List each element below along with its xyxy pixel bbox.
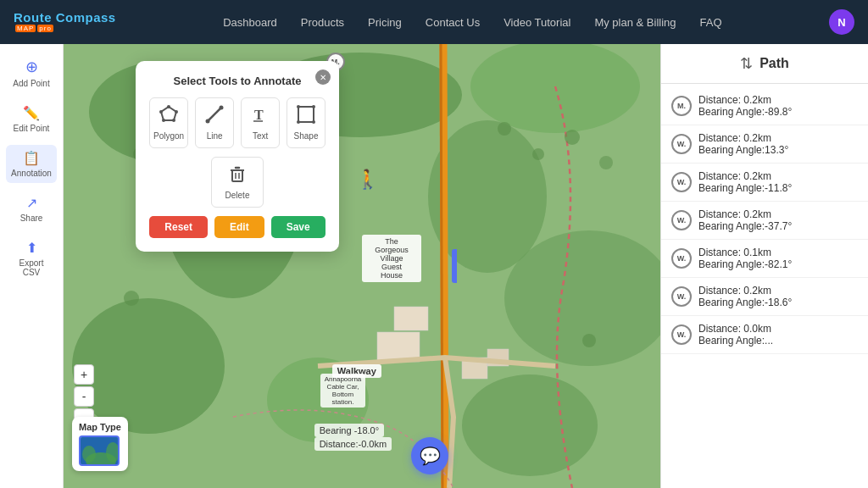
nav: DashboardProductsPricingContact UsVideo … — [223, 16, 721, 29]
zoom-out-button[interactable]: - — [74, 386, 94, 407]
path-item: W. Distance: 0.2km Bearing Angle:-11.8° — [661, 164, 868, 202]
path-item: W. Distance: 0.0km Bearing Angle:... — [661, 316, 868, 354]
map-type-label: Map Type — [79, 422, 121, 432]
path-bearing: Bearing Angle:-82.1° — [698, 258, 858, 270]
sidebar-item-share[interactable]: ↗ Share — [6, 190, 57, 228]
polygon-label: Polygon — [153, 131, 184, 141]
path-dot: W. — [671, 210, 692, 230]
cable-car-label: AnnapoornaCable Car,Bottomstation. — [320, 374, 366, 408]
svg-point-23 — [124, 291, 139, 306]
nav-item-dashboard[interactable]: Dashboard — [223, 16, 277, 29]
svg-point-48 — [82, 446, 96, 463]
sidebar-label-add-point: Add Point — [13, 79, 49, 88]
path-dot: W. — [671, 134, 692, 154]
nav-item-pricing[interactable]: Pricing — [368, 16, 402, 29]
header: Route Compass MAPpro DashboardProductsPr… — [0, 0, 868, 44]
svg-text:T: T — [254, 108, 264, 122]
nav-item-products[interactable]: Products — [301, 16, 344, 29]
modal-close-button[interactable]: ✕ — [315, 69, 331, 85]
delete-row: Delete — [149, 157, 326, 208]
path-bearing: Bearing Angle:-37.7° — [698, 220, 858, 232]
reset-button[interactable]: Reset — [149, 216, 208, 238]
line-tool-button[interactable]: Line — [195, 97, 234, 148]
chat-button[interactable]: 💬 — [411, 437, 448, 474]
svg-point-9 — [462, 374, 598, 476]
map-area[interactable]: 🚶 TheGorgeousVillageGuestHouse Walkway A… — [64, 44, 660, 488]
edit-button[interactable]: Edit — [214, 216, 264, 238]
svg-point-22 — [599, 156, 613, 169]
svg-marker-25 — [161, 107, 176, 120]
line-label: Line — [207, 131, 223, 141]
logo-tag: pro — [37, 25, 53, 32]
path-info: Distance: 0.2km Bearing Angle:-11.8° — [698, 170, 858, 194]
shape-tool-button[interactable]: Shape — [287, 97, 326, 148]
map-type-thumbnail[interactable] — [79, 435, 120, 466]
path-info: Distance: 0.0km Bearing Angle:... — [698, 323, 858, 347]
logo-sub-text: MAP — [15, 25, 36, 32]
svg-point-20 — [532, 148, 544, 160]
map-type-control[interactable]: Map Type — [72, 417, 128, 471]
svg-point-37 — [297, 105, 300, 108]
user-avatar[interactable]: N — [829, 9, 854, 35]
delete-label: Delete — [225, 191, 250, 200]
svg-line-11 — [441, 44, 442, 488]
path-bearing: Bearing Angle:-18.6° — [698, 297, 858, 308]
sidebar-item-edit-point[interactable]: ✏️ Edit Point — [6, 100, 57, 138]
path-dot: M. — [671, 96, 692, 116]
line-icon — [205, 105, 224, 128]
path-distance: Distance: 0.0km — [698, 323, 858, 335]
chat-icon: 💬 — [420, 446, 441, 466]
export-csv-icon: ⬆ — [26, 240, 37, 256]
panel-handle[interactable] — [452, 249, 457, 283]
text-icon: T — [251, 105, 270, 128]
path-dot: W. — [671, 286, 692, 307]
nav-item-video-tutorial[interactable]: Video Tutorial — [504, 16, 570, 29]
nav-item-faq[interactable]: FAQ — [700, 16, 722, 29]
svg-point-7 — [72, 298, 225, 434]
sidebar-label-export-csv: Export CSV — [13, 258, 50, 277]
path-bearing: Bearing Angle:... — [698, 335, 858, 347]
shape-icon — [297, 105, 315, 128]
sidebar-item-export-csv[interactable]: ⬆ Export CSV — [6, 235, 57, 282]
nav-item-contact-us[interactable]: Contact Us — [426, 16, 480, 29]
path-info: Distance: 0.2km Bearing Angle:-37.7° — [698, 208, 858, 232]
save-button[interactable]: Save — [271, 216, 326, 238]
distance-label: Distance:-0.0km — [314, 437, 392, 451]
modal-title: Select Tools to Annotate — [149, 75, 326, 87]
modal-actions: Reset Edit Save — [149, 216, 326, 238]
svg-point-29 — [162, 119, 165, 122]
svg-rect-41 — [232, 170, 242, 181]
path-item: W. Distance: 0.2km Bearing Angle:-18.6° — [661, 278, 868, 316]
text-tool-button[interactable]: T Text — [241, 97, 280, 148]
nav-item-my-plan-&-billing[interactable]: My plan & Billing — [594, 16, 676, 29]
logo[interactable]: Route Compass MAPpro — [14, 11, 116, 33]
sidebar-item-add-point[interactable]: ⊕ Add Point — [6, 53, 57, 93]
path-dot: W. — [671, 172, 692, 192]
sidebar-label-edit-point: Edit Point — [14, 124, 50, 133]
path-bearing: Bearing Angle:-11.8° — [698, 182, 858, 194]
path-info: Distance: 0.2km Bearing Angle:-89.8° — [698, 94, 858, 118]
path-item: W. Distance: 0.2km Bearing Angle:-37.7° — [661, 202, 868, 240]
svg-rect-36 — [298, 107, 314, 122]
panel-header: ⇅ Path — [661, 44, 868, 84]
panel-scroll[interactable]: M. Distance: 0.2km Bearing Angle:-89.8° … — [661, 84, 868, 488]
svg-line-10 — [443, 44, 445, 488]
svg-rect-13 — [394, 307, 428, 330]
polygon-tool-button[interactable]: Polygon — [149, 97, 188, 148]
polygon-icon — [159, 105, 178, 128]
delete-tool-button[interactable]: Delete — [211, 157, 264, 208]
zoom-in-button[interactable]: + — [74, 364, 94, 385]
path-item: W. Distance: 0.1km Bearing Angle:-82.1° — [661, 240, 868, 278]
path-bearing: Bearing Angle:13.3° — [698, 144, 858, 156]
path-distance: Distance: 0.2km — [698, 94, 858, 106]
share-icon: ↗ — [26, 195, 37, 211]
path-info: Distance: 0.2km Bearing Angle:-18.6° — [698, 285, 858, 308]
tool-grid: Polygon Line T Text — [149, 97, 326, 148]
sidebar-item-annotation[interactable]: 📋 Annotation — [6, 145, 57, 183]
path-dot: W. — [671, 248, 692, 269]
panel-title: Path — [760, 56, 789, 71]
add-point-icon: ⊕ — [25, 58, 38, 76]
svg-point-21 — [565, 130, 580, 145]
svg-point-40 — [312, 120, 315, 124]
bearing-label: Bearing -18.0° — [314, 424, 384, 437]
